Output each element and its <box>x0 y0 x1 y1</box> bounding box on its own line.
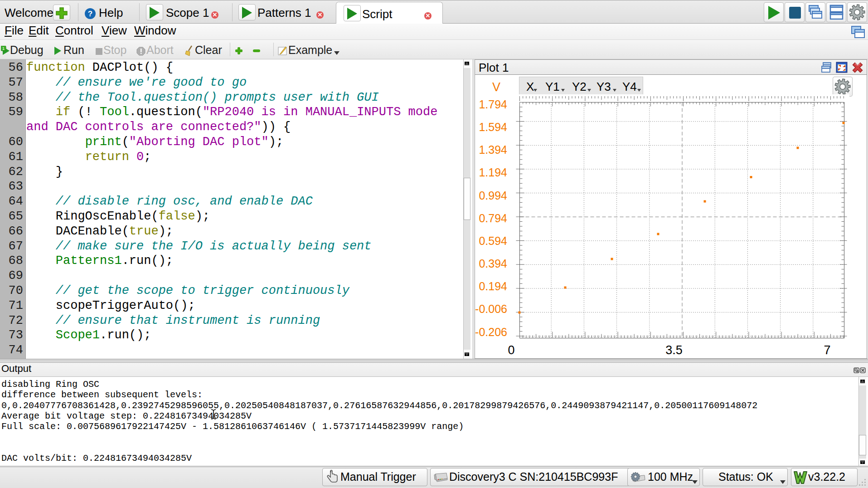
svg-text:1: 1 <box>2 46 5 51</box>
svg-text:?: ? <box>88 10 92 18</box>
